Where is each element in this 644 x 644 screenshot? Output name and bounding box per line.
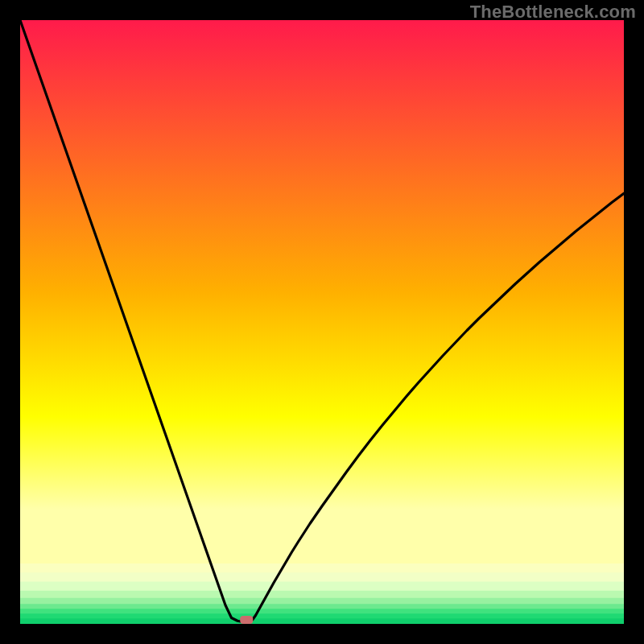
chart-background — [20, 20, 624, 624]
svg-rect-2 — [20, 572, 624, 582]
svg-rect-3 — [20, 582, 624, 592]
chart-outer-frame: TheBottleneck.com — [0, 0, 644, 644]
plot-area — [20, 20, 624, 624]
svg-rect-7 — [20, 609, 624, 614]
optimal-point-marker — [240, 616, 253, 624]
chart-svg — [20, 20, 624, 624]
svg-rect-0 — [20, 20, 624, 564]
svg-rect-1 — [20, 564, 624, 573]
svg-rect-6 — [20, 604, 624, 609]
svg-rect-9 — [20, 618, 624, 624]
svg-rect-4 — [20, 591, 624, 599]
svg-rect-5 — [20, 598, 624, 605]
svg-rect-8 — [20, 613, 624, 619]
